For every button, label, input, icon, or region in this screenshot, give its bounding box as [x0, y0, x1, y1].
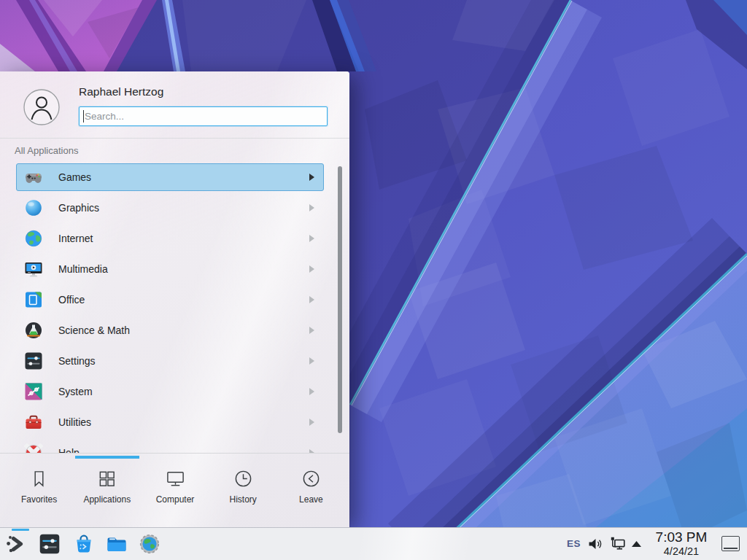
- category-label: Help: [58, 447, 80, 453]
- application-launcher: Raphael Hertzog All Applications Games G…: [0, 71, 349, 527]
- user-name: Raphael Hertzog: [79, 85, 163, 98]
- leave-icon: [301, 469, 321, 489]
- science-icon: [24, 321, 43, 340]
- search-input[interactable]: [80, 107, 327, 125]
- submenu-arrow-icon: [309, 296, 314, 303]
- tab-label: History: [230, 494, 257, 505]
- category-row-utilities[interactable]: Utilities: [16, 408, 324, 436]
- header-divider: [0, 138, 349, 139]
- clock-icon: [233, 469, 253, 489]
- category-label: System: [58, 386, 93, 397]
- launcher-open-indicator: [12, 529, 29, 531]
- category-label: Office: [58, 294, 85, 306]
- kicker-icon: [6, 533, 28, 555]
- tab-favorites[interactable]: Favorites: [5, 462, 73, 505]
- tab-label: Favorites: [21, 494, 57, 505]
- search-box: [79, 106, 328, 126]
- category-row-science-math[interactable]: Science & Math: [16, 316, 324, 344]
- volume-icon[interactable]: [587, 536, 603, 552]
- submenu-arrow-icon: [309, 204, 314, 211]
- discover-icon: [73, 533, 95, 555]
- taskbar-icon-application-launcher[interactable]: [6, 533, 28, 555]
- digital-clock[interactable]: 7:03 PM 4/24/21: [645, 529, 718, 558]
- category-row-settings[interactable]: Settings: [16, 347, 324, 375]
- category-row-system[interactable]: System: [16, 378, 324, 405]
- tab-applications[interactable]: Applications: [73, 462, 141, 505]
- text-cursor: [83, 110, 84, 122]
- taskbar-icon-file-manager[interactable]: [106, 533, 128, 555]
- active-tab-indicator: [75, 456, 139, 459]
- show-desktop-glyph: [724, 548, 738, 549]
- taskbar-icon-system-settings[interactable]: [39, 533, 61, 555]
- system-icon: [24, 382, 43, 401]
- submenu-arrow-icon: [309, 419, 314, 426]
- keyboard-layout-indicator[interactable]: ES: [567, 538, 581, 549]
- monitor-icon: [166, 469, 185, 489]
- category-label: Graphics: [58, 202, 99, 214]
- submenu-arrow-icon: [309, 388, 314, 395]
- tab-label: Applications: [83, 494, 131, 505]
- category-row-multimedia[interactable]: Multimedia: [16, 255, 324, 283]
- gamepad-icon: [24, 168, 43, 187]
- category-row-help[interactable]: Help: [16, 439, 324, 453]
- clock-time: 7:03 PM: [645, 529, 718, 545]
- submenu-arrow-icon: [309, 174, 314, 181]
- category-label: Settings: [58, 355, 96, 367]
- show-desktop-button[interactable]: [721, 536, 740, 551]
- sphere-icon: [24, 198, 43, 217]
- category-label: Multimedia: [58, 263, 108, 275]
- submenu-arrow-icon: [309, 357, 314, 365]
- taskbar-icon-discover[interactable]: [73, 533, 95, 555]
- taskbar-icon-web-browser[interactable]: [139, 533, 160, 555]
- desktop: Raphael Hertzog All Applications Games G…: [0, 0, 747, 560]
- tab-history[interactable]: History: [209, 462, 277, 505]
- category-list: Games Graphics Internet Multimedia Offic…: [0, 162, 349, 453]
- category-label: Utilities: [58, 416, 91, 428]
- tab-leave[interactable]: Leave: [277, 462, 345, 505]
- launcher-tabbar: Favorites Applications Computer History …: [5, 462, 345, 505]
- user-avatar[interactable]: [23, 89, 60, 125]
- office-icon: [24, 290, 43, 309]
- category-label: Games: [58, 171, 91, 183]
- toolbox-icon: [24, 413, 43, 432]
- grid-icon: [97, 469, 117, 489]
- category-row-office[interactable]: Office: [16, 286, 324, 314]
- taskbar: ES 7:03 PM 4/24/21: [0, 527, 747, 560]
- bookmark-icon: [29, 469, 49, 489]
- category-row-graphics[interactable]: Graphics: [16, 194, 324, 222]
- tabbar-divider: [0, 453, 349, 454]
- submenu-arrow-icon: [309, 265, 314, 273]
- category-row-internet[interactable]: Internet: [16, 225, 324, 252]
- tray-expander-icon[interactable]: [631, 540, 642, 548]
- submenu-arrow-icon: [309, 235, 314, 242]
- lifebuoy-icon: [24, 443, 43, 453]
- category-label: Internet: [58, 233, 93, 244]
- tab-label: Leave: [299, 494, 323, 505]
- clock-date: 4/24/21: [645, 545, 718, 558]
- category-label: Science & Math: [58, 324, 130, 336]
- globe-icon: [24, 229, 43, 248]
- section-label: All Applications: [15, 145, 78, 156]
- tab-computer[interactable]: Computer: [141, 462, 209, 505]
- tab-label: Computer: [156, 494, 195, 505]
- multimedia-icon: [24, 260, 43, 279]
- list-scrollbar[interactable]: [338, 166, 342, 433]
- folder-icon: [106, 533, 128, 555]
- konqueror-icon: [139, 533, 160, 555]
- sliders-icon: [24, 351, 43, 370]
- submenu-arrow-icon: [309, 327, 314, 334]
- sliders-icon: [39, 533, 61, 555]
- category-row-games[interactable]: Games: [16, 163, 324, 191]
- network-icon[interactable]: [609, 535, 627, 553]
